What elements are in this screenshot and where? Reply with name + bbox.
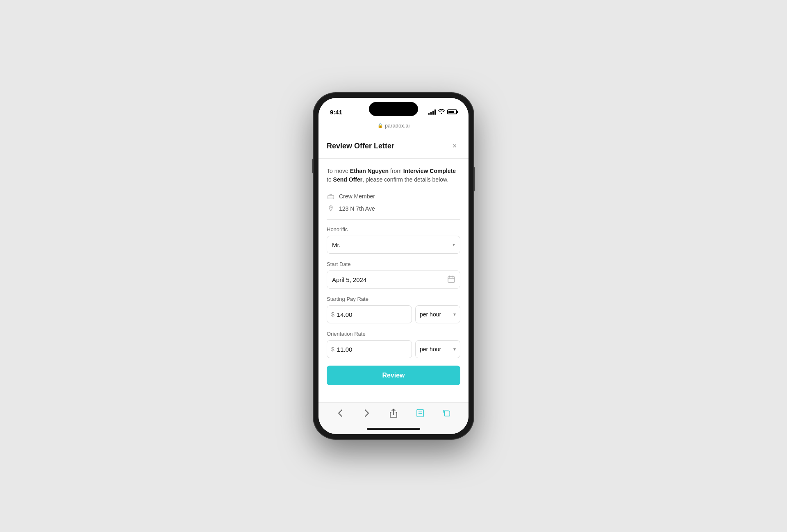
honorific-select[interactable]: Mr. ▾ (327, 236, 460, 254)
dynamic-island (369, 102, 418, 116)
nav-back-button[interactable] (333, 406, 348, 421)
job-title-row: Crew Member (327, 192, 460, 200)
svg-rect-7 (417, 409, 423, 417)
lock-icon: 🔒 (378, 123, 383, 128)
orientation-rate-label: Orientation Rate (327, 331, 460, 337)
modal-body: To move Ethan Nguyen from Interview Comp… (318, 159, 469, 402)
home-indicator (318, 423, 469, 434)
location-pin-icon (327, 205, 335, 213)
dollar-sign-2: $ (331, 346, 334, 352)
starting-pay-label: Starting Pay Rate (327, 296, 460, 302)
orientation-rate-group: Orientation Rate $ 11.00 per hour ▾ (327, 331, 460, 358)
honorific-label: Honorific (327, 226, 460, 232)
location-text: 123 N 7th Ave (339, 205, 375, 212)
divider (327, 219, 460, 220)
dollar-sign-1: $ (331, 311, 334, 318)
starting-pay-amount: 14.00 (337, 311, 353, 318)
start-date-value: April 5, 2024 (332, 276, 366, 283)
chevron-down-icon-3: ▾ (453, 346, 456, 352)
starting-pay-row: $ 14.00 per hour ▾ (327, 305, 460, 323)
candidate-name: Ethan Nguyen (350, 168, 389, 174)
svg-rect-10 (445, 411, 450, 416)
chevron-down-icon: ▾ (453, 242, 455, 248)
url-text: paradox.ai (385, 123, 410, 129)
signal-icon (428, 109, 436, 115)
start-date-label: Start Date (327, 261, 460, 267)
honorific-group: Honorific Mr. ▾ (327, 226, 460, 254)
url-bar: 🔒 paradox.ai (318, 120, 469, 132)
close-button[interactable]: × (449, 140, 460, 152)
phone-screen: 9:41 (318, 98, 469, 434)
to-stage: Send Offer (333, 176, 363, 183)
status-icons (428, 109, 457, 115)
home-bar (367, 428, 420, 430)
starting-pay-input[interactable]: $ 14.00 (327, 305, 412, 323)
orientation-pay-amount: 11.00 (337, 346, 353, 353)
job-title-text: Crew Member (339, 193, 375, 200)
start-date-group: Start Date April 5, 2024 (327, 261, 460, 289)
share-button[interactable] (386, 406, 401, 421)
orientation-rate-select[interactable]: per hour ▾ (415, 340, 460, 358)
honorific-value: Mr. (332, 241, 341, 248)
orientation-rate-text: per hour (420, 346, 441, 352)
phone-frame: 9:41 (314, 93, 473, 439)
tabs-button[interactable] (439, 406, 454, 421)
bookmarks-button[interactable] (413, 406, 428, 421)
wifi-icon (438, 109, 445, 115)
nav-forward-button[interactable] (359, 406, 374, 421)
browser-content: Review Offer Letter × To move Ethan Nguy… (318, 132, 469, 402)
svg-point-2 (330, 207, 331, 208)
status-bar: 9:41 (318, 98, 469, 120)
modal-title: Review Offer Letter (327, 142, 394, 150)
svg-rect-3 (448, 277, 455, 282)
offer-description: To move Ethan Nguyen from Interview Comp… (327, 167, 460, 184)
chevron-down-icon-2: ▾ (453, 311, 456, 317)
from-stage: Interview Complete (403, 168, 456, 174)
starting-pay-group: Starting Pay Rate $ 14.00 per hour ▾ (327, 296, 460, 323)
starting-pay-rate-select[interactable]: per hour ▾ (415, 305, 460, 323)
orientation-pay-input[interactable]: $ 11.00 (327, 340, 412, 358)
browser-bottom-nav (318, 402, 469, 423)
review-button[interactable]: Review (327, 366, 460, 385)
start-date-input[interactable]: April 5, 2024 (327, 271, 460, 289)
status-time: 9:41 (330, 109, 342, 116)
modal-header: Review Offer Letter × (318, 132, 469, 159)
orientation-pay-row: $ 11.00 per hour ▾ (327, 340, 460, 358)
calendar-icon (448, 275, 455, 284)
battery-icon (447, 109, 457, 114)
starting-pay-rate-text: per hour (420, 311, 441, 318)
briefcase-icon (327, 192, 335, 200)
location-row: 123 N 7th Ave (327, 205, 460, 213)
